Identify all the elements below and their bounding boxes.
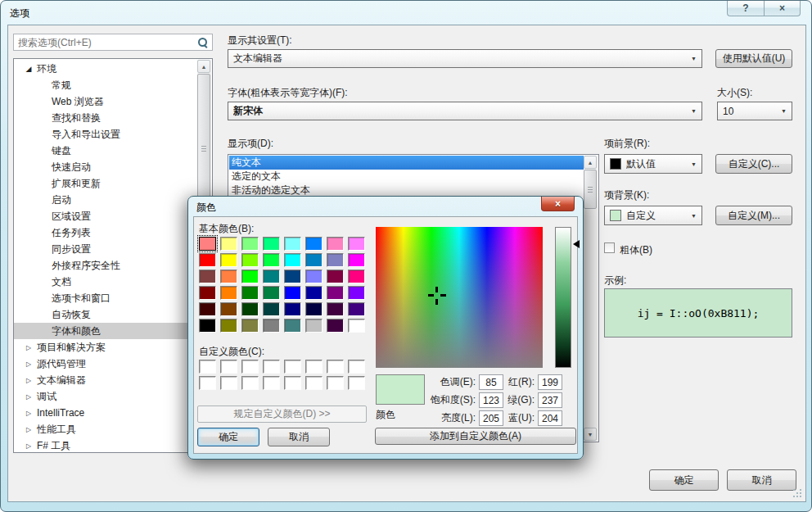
custom-color-swatch[interactable] (284, 360, 301, 374)
basic-color-swatch[interactable] (327, 253, 344, 267)
foreground-combobox[interactable]: 默认值 ▼ (604, 154, 702, 174)
basic-color-swatch[interactable] (241, 253, 259, 267)
collapsed-arrow-icon[interactable]: ▷ (22, 426, 35, 433)
basic-color-swatch[interactable] (327, 237, 344, 251)
hue-input[interactable]: 85 (479, 374, 503, 390)
basic-color-swatch[interactable] (305, 270, 323, 283)
tree-item[interactable]: 区域设置 (14, 208, 198, 224)
collapsed-arrow-icon[interactable]: ▷ (22, 410, 35, 417)
tree-item[interactable]: ◢环境 (14, 61, 198, 77)
basic-color-swatch[interactable] (263, 302, 280, 316)
blue-input[interactable]: 204 (538, 410, 562, 426)
basic-color-swatch[interactable] (199, 302, 216, 316)
collapsed-arrow-icon[interactable]: ▷ (22, 360, 35, 368)
tree-item[interactable]: Web 浏览器 (14, 93, 198, 110)
basic-color-swatch[interactable] (220, 270, 237, 283)
search-input[interactable] (14, 37, 197, 48)
basic-color-swatch[interactable] (241, 319, 259, 333)
tree-item[interactable]: 自动恢复 (14, 306, 198, 323)
background-combobox[interactable]: 自定义 ▼ (604, 206, 702, 225)
custom-color-swatch[interactable] (263, 360, 280, 374)
basic-color-swatch[interactable] (241, 237, 259, 251)
basic-color-swatch[interactable] (327, 319, 344, 333)
basic-color-swatch[interactable] (199, 286, 216, 300)
basic-color-swatch[interactable] (305, 286, 323, 300)
tree-item[interactable]: 任务列表 (14, 224, 198, 241)
scroll-down-icon[interactable]: ▼ (584, 428, 597, 441)
luminance-bar[interactable] (555, 227, 571, 368)
list-scrollbar[interactable]: ▲ ▼ (584, 156, 598, 441)
basic-color-swatch[interactable] (220, 319, 237, 333)
basic-color-swatch[interactable] (348, 253, 365, 267)
luminance-slider-icon[interactable] (573, 240, 580, 248)
custom-color-swatch[interactable] (348, 360, 365, 374)
tree-item[interactable]: ▷调试 (14, 388, 198, 405)
basic-color-swatch[interactable] (241, 302, 259, 316)
basic-color-swatch[interactable] (327, 270, 344, 283)
tree-item[interactable]: 导入和导出设置 (14, 126, 198, 143)
bold-checkbox[interactable] (604, 242, 615, 253)
custom-color-swatch[interactable] (305, 360, 323, 374)
tree-item[interactable]: ▷IntelliTrace (14, 405, 198, 421)
basic-color-swatch[interactable] (241, 286, 259, 300)
tree-item[interactable]: 常规 (14, 77, 198, 93)
red-input[interactable]: 199 (538, 374, 562, 390)
tree-item[interactable]: ▷文本编辑器 (14, 372, 198, 388)
luminance-input[interactable]: 205 (479, 410, 503, 426)
basic-color-swatch[interactable] (263, 253, 280, 267)
tree-item[interactable]: 文档 (14, 274, 198, 290)
basic-color-swatch[interactable] (199, 319, 216, 333)
basic-color-swatch[interactable] (241, 270, 259, 283)
custom-color-swatch[interactable] (241, 376, 259, 390)
display-item[interactable]: 纯文本 (229, 156, 584, 170)
basic-color-swatch[interactable] (220, 302, 237, 316)
basic-color-swatch[interactable] (263, 319, 280, 333)
basic-color-swatch[interactable] (284, 302, 301, 316)
collapsed-arrow-icon[interactable]: ▷ (22, 377, 35, 384)
basic-color-swatch[interactable] (220, 286, 237, 300)
size-combobox[interactable]: 10 ▼ (717, 102, 792, 120)
tree-item[interactable]: 同步设置 (14, 241, 198, 257)
basic-color-swatch[interactable] (348, 319, 365, 333)
basic-color-swatch[interactable] (263, 286, 280, 300)
ok-button[interactable]: 确定 (649, 469, 719, 491)
custom-color-swatch[interactable] (241, 360, 259, 374)
list-scrollbar-thumb[interactable] (584, 170, 597, 209)
tree-item[interactable]: 快速启动 (14, 159, 198, 175)
basic-color-swatch[interactable] (305, 302, 323, 316)
custom-color-swatch[interactable] (199, 360, 216, 374)
basic-color-swatch[interactable] (348, 270, 365, 283)
basic-color-swatch[interactable] (305, 319, 323, 333)
tree-item[interactable]: 扩展和更新 (14, 175, 198, 192)
tree-item[interactable]: ▷性能工具 (14, 421, 198, 437)
cancel-button[interactable]: 取消 (727, 469, 796, 491)
basic-color-swatch[interactable] (348, 286, 365, 300)
green-input[interactable]: 237 (538, 392, 562, 408)
custom-color-swatch[interactable] (199, 376, 216, 390)
custom-color-swatch[interactable] (263, 376, 280, 390)
font-combobox[interactable]: 新宋体 ▼ (228, 102, 702, 120)
tree-item[interactable]: 选项卡和窗口 (14, 290, 198, 306)
display-item[interactable]: 选定的文本 (229, 170, 584, 184)
tree-item[interactable]: 键盘 (14, 143, 198, 159)
basic-color-swatch[interactable] (220, 253, 237, 267)
add-to-custom-colors-button[interactable]: 添加到自定义颜色(A) (375, 428, 576, 445)
tree-item[interactable]: ▷源代码管理 (14, 356, 198, 372)
help-button[interactable]: ? (727, 1, 764, 16)
scroll-up-icon[interactable]: ▲ (584, 156, 597, 169)
background-custom-button[interactable]: 自定义(M)... (715, 206, 792, 225)
basic-color-swatch[interactable] (220, 237, 237, 251)
expanded-arrow-icon[interactable]: ◢ (22, 65, 35, 73)
saturation-input[interactable]: 123 (479, 392, 503, 408)
custom-color-swatch[interactable] (327, 360, 344, 374)
tree-item[interactable]: 外接程序安全性 (14, 257, 198, 274)
basic-color-swatch[interactable] (284, 253, 301, 267)
basic-color-swatch[interactable] (284, 237, 301, 251)
tree-item[interactable]: ▷项目和解决方案 (14, 339, 198, 356)
basic-color-swatch[interactable] (327, 286, 344, 300)
color-cancel-button[interactable]: 取消 (268, 428, 330, 446)
collapsed-arrow-icon[interactable]: ▷ (22, 344, 35, 351)
tree-item[interactable]: 查找和替换 (14, 110, 198, 126)
custom-color-swatch[interactable] (284, 376, 301, 390)
basic-color-swatch[interactable] (284, 270, 301, 283)
